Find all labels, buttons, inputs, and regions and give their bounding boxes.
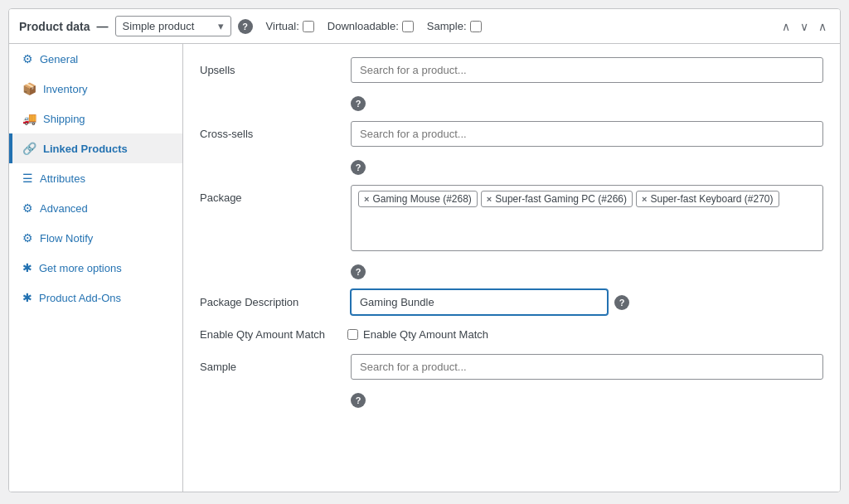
sidebar-item-general[interactable]: ⚙ General [9,44,182,74]
tag-remove-266[interactable]: × [487,194,492,204]
crosssells-label: Cross-sells [200,121,341,140]
advanced-icon: ⚙ [22,201,33,215]
crosssells-help-row: ? [200,160,823,175]
package-help-icon[interactable]: ? [351,264,366,279]
enable-qty-checkbox[interactable] [347,329,358,340]
get-more-options-icon: ✱ [22,261,32,274]
product-type-select[interactable]: Simple product ▾ [115,16,231,36]
header-actions: ∧ ∨ ∧ [779,18,830,35]
crosssells-input[interactable] [351,121,823,147]
sample-header-checkbox[interactable] [470,21,482,32]
inventory-icon: 📦 [22,82,36,95]
sidebar-label-attributes: Attributes [40,172,85,185]
virtual-checkbox-label[interactable]: Virtual: [266,20,314,32]
sidebar-label-shipping: Shipping [43,113,85,125]
downloadable-checkbox[interactable] [402,21,414,32]
package-description-row: Package Description ? [200,289,823,315]
package-tag-268: × Gaming Mouse (#268) [358,191,478,207]
upsells-row: Upsells [200,57,823,83]
sidebar-label-linked-products: Linked Products [43,143,128,155]
package-row: Package × Gaming Mouse (#268) × Super-fa… [200,185,823,251]
package-description-field: ? [351,289,823,315]
sidebar-label-product-add-ons: Product Add-Ons [39,292,121,304]
upsells-field [351,57,823,83]
sidebar: ⚙ General 📦 Inventory 🚚 Shipping 🔗 Linke… [9,44,183,492]
chevron-down-icon: ▾ [218,20,224,32]
sample-header-label: Sample: [427,20,467,32]
product-type-help-icon[interactable]: ? [238,19,253,34]
product-add-ons-icon: ✱ [22,291,32,304]
package-help-row: ? [200,264,823,279]
sidebar-label-advanced: Advanced [40,202,88,215]
general-icon: ⚙ [22,52,33,65]
virtual-label: Virtual: [266,20,299,32]
attributes-icon: ☰ [22,172,33,185]
enable-qty-content: Enable Qty Amount Match [347,328,488,341]
sidebar-item-shipping[interactable]: 🚚 Shipping [9,104,182,133]
sidebar-label-flow-notify: Flow Notify [40,232,93,245]
tag-remove-270[interactable]: × [642,194,647,204]
flow-notify-icon: ⚙ [22,231,33,245]
tag-text-266: Super-fast Gaming PC (#266) [495,193,627,205]
tag-text-270: Super-fast Keyboard (#270) [650,193,773,205]
linked-products-icon: 🔗 [22,142,36,155]
panel-header: Product data — Simple product ▾ ? Virtua… [9,9,840,44]
shipping-icon: 🚚 [22,112,36,125]
upsells-help-row: ? [200,96,823,111]
package-description-help-icon[interactable]: ? [614,295,629,310]
crosssells-row: Cross-sells [200,121,823,147]
collapse-down-button[interactable]: ∨ [797,18,812,35]
virtual-checkbox[interactable] [303,21,314,32]
sample-row: Sample [200,354,823,380]
sidebar-item-advanced[interactable]: ⚙ Advanced [9,193,182,223]
main-content: Upsells ? Cross-sells ? Package [183,44,840,492]
sidebar-label-inventory: Inventory [43,83,87,95]
sample-field [351,354,823,380]
sidebar-item-attributes[interactable]: ☰ Attributes [9,163,182,193]
sidebar-item-flow-notify[interactable]: ⚙ Flow Notify [9,223,182,253]
collapse-all-button[interactable]: ∧ [815,18,830,35]
sidebar-item-inventory[interactable]: 📦 Inventory [9,74,182,104]
panel-body: ⚙ General 📦 Inventory 🚚 Shipping 🔗 Linke… [9,44,840,492]
product-type-value: Simple product [123,20,195,32]
upsells-help-icon[interactable]: ? [351,96,366,111]
crosssells-field [351,121,823,147]
sample-input[interactable] [351,354,823,380]
enable-qty-outer-label: Enable Qty Amount Match [200,328,341,341]
sidebar-item-product-add-ons[interactable]: ✱ Product Add-Ons [9,283,182,313]
upsells-input[interactable] [351,57,823,83]
product-data-panel: Product data — Simple product ▾ ? Virtua… [8,8,841,492]
virtual-section: Virtual: Downloadable: Sample: [266,20,482,32]
package-tag-270: × Super-fast Keyboard (#270) [636,191,779,207]
package-description-label: Package Description [200,289,341,308]
package-tag-266: × Super-fast Gaming PC (#266) [481,191,633,207]
package-label: Package [200,185,341,204]
tag-text-268: Gaming Mouse (#268) [372,193,471,205]
sidebar-label-general: General [40,53,78,65]
panel-dash: — [97,20,109,33]
upsells-label: Upsells [200,57,341,76]
crosssells-help-icon[interactable]: ? [351,160,366,175]
collapse-up-button[interactable]: ∧ [779,18,793,35]
enable-qty-row: Enable Qty Amount Match Enable Qty Amoun… [200,328,823,341]
downloadable-checkbox-label[interactable]: Downloadable: [327,20,414,32]
tag-remove-268[interactable]: × [364,194,369,204]
sidebar-item-get-more-options[interactable]: ✱ Get more options [9,253,182,283]
sample-help-row: ? [200,393,823,408]
panel-title: Product data [19,20,90,33]
sample-label: Sample [200,354,341,373]
sample-help-icon[interactable]: ? [351,393,366,408]
sample-checkbox-label[interactable]: Sample: [427,20,482,32]
package-tags-container[interactable]: × Gaming Mouse (#268) × Super-fast Gamin… [351,185,823,251]
package-description-input[interactable] [351,289,608,315]
enable-qty-inner-label: Enable Qty Amount Match [363,328,488,341]
package-field-container: × Gaming Mouse (#268) × Super-fast Gamin… [351,185,823,251]
downloadable-label: Downloadable: [327,20,399,32]
sidebar-item-linked-products[interactable]: 🔗 Linked Products [9,133,182,163]
sidebar-label-get-more-options: Get more options [39,262,122,274]
